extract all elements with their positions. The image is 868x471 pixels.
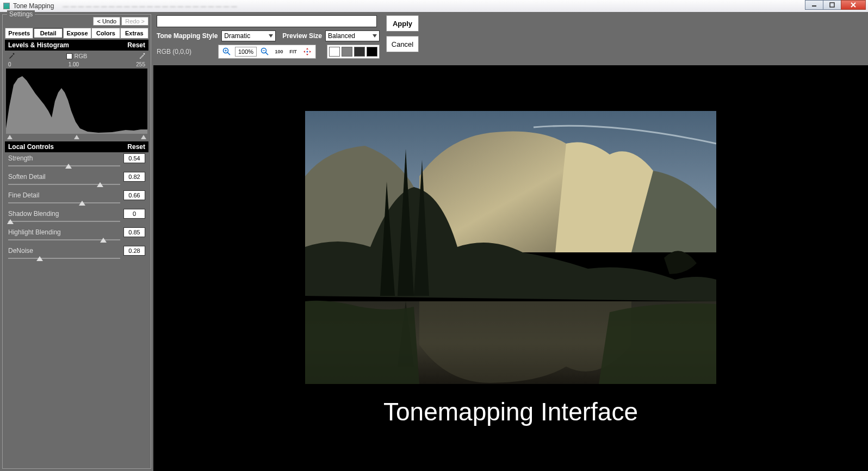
apply-button[interactable]: Apply — [386, 15, 419, 32]
caption: Tonemapping Interface — [383, 397, 638, 426]
white-point-dropper-icon[interactable] — [139, 53, 145, 59]
control-label: Highlight Blending — [8, 228, 61, 236]
undo-button[interactable]: < Undo — [93, 17, 120, 26]
zoom-controls: 100% 100 FIT — [218, 45, 316, 59]
toolbar: Tone Mapping Style Dramatic Preview Size… — [153, 12, 868, 65]
control-slider[interactable] — [8, 201, 145, 208]
control-denoise: DeNoise 0.28 — [5, 245, 148, 263]
chevron-down-icon — [269, 34, 273, 38]
control-shadow-blending: Shadow Blending 0 — [5, 208, 148, 226]
control-label: DeNoise — [8, 247, 33, 255]
rgb-label: RGB — [75, 53, 88, 59]
levels-reset[interactable]: Reset — [127, 41, 145, 49]
rgb-checkbox[interactable] — [66, 53, 72, 59]
control-value-input[interactable]: 0 — [123, 209, 145, 219]
control-label: Shadow Blending — [8, 210, 59, 218]
control-label: Fine Detail — [8, 191, 39, 199]
preview-image[interactable] — [305, 111, 716, 384]
local-controls-header: Local Controls Reset — [5, 141, 148, 152]
pan-icon[interactable] — [301, 46, 313, 57]
cancel-button[interactable]: Cancel — [386, 36, 419, 52]
bg-swatch-1[interactable] — [342, 47, 352, 57]
control-slider[interactable] — [8, 238, 145, 245]
maximize-button[interactable] — [823, 0, 841, 10]
bg-swatch-0[interactable] — [329, 47, 340, 57]
style-label: Tone Mapping Style — [157, 32, 218, 40]
control-slider[interactable] — [8, 220, 145, 226]
minimize-button[interactable] — [805, 0, 823, 10]
control-label: Soften Detail — [8, 173, 46, 181]
levels-title: Levels & Histogram — [8, 41, 69, 49]
close-button[interactable] — [841, 0, 866, 10]
canvas-area: Tonemapping Interface — [153, 65, 868, 471]
rgb-readout: RGB (0,0,0) — [157, 48, 191, 55]
main-area: Tone Mapping Style Dramatic Preview Size… — [153, 12, 868, 471]
titlebar-path-blurred: — — — — — — — — — — — — — — — — — — — — … — [63, 3, 237, 9]
bg-swatch-3[interactable] — [367, 47, 377, 57]
control-fine-detail: Fine Detail 0.66 — [5, 189, 148, 208]
axis-mid: 1.00 — [69, 61, 79, 67]
svg-rect-1 — [830, 3, 834, 7]
control-value-input[interactable]: 0.28 — [123, 246, 145, 256]
style-select[interactable]: Dramatic — [221, 30, 276, 41]
slider-thumb[interactable] — [65, 164, 72, 169]
axis-max: 255 — [136, 61, 145, 67]
tab-presets[interactable]: Presets — [5, 28, 33, 39]
preview-size-label: Preview Size — [282, 32, 322, 40]
tab-extras[interactable]: Extras — [120, 28, 148, 39]
bg-swatch-2[interactable] — [354, 47, 365, 57]
slider-thumb[interactable] — [100, 238, 107, 243]
preview-size-value: Balanced — [328, 32, 355, 40]
control-value-input[interactable]: 0.85 — [123, 227, 145, 237]
zoom-in-icon[interactable] — [221, 46, 233, 57]
control-soften-detail: Soften Detail 0.82 — [5, 171, 148, 189]
settings-legend: Settings — [7, 10, 35, 18]
svg-line-7 — [227, 52, 230, 55]
local-controls-title: Local Controls — [8, 143, 54, 151]
control-slider[interactable] — [8, 257, 145, 263]
tab-expose[interactable]: Expose — [63, 28, 91, 39]
zoom-fit-button[interactable]: FIT — [287, 46, 299, 57]
titlebar: Tone Mapping — — — — — — — — — — — — — —… — [0, 0, 868, 12]
slider-thumb[interactable] — [36, 256, 43, 261]
axis-min: 0 — [8, 61, 11, 67]
gamma-slider[interactable] — [74, 135, 79, 139]
svg-point-5 — [144, 53, 145, 55]
histogram[interactable] — [6, 69, 147, 134]
levels-header: Levels & Histogram Reset — [5, 40, 148, 51]
black-point-slider[interactable] — [7, 135, 13, 139]
file-path-input[interactable] — [157, 15, 377, 27]
control-slider[interactable] — [8, 164, 145, 171]
svg-point-13 — [307, 51, 308, 53]
zoom-out-icon[interactable] — [259, 46, 271, 57]
zoom-value-input[interactable]: 100% — [235, 47, 257, 57]
slider-thumb[interactable] — [97, 182, 103, 187]
settings-tabs: PresetsDetailExposeColorsExtras — [5, 28, 148, 39]
control-value-input[interactable]: 0.82 — [123, 172, 145, 182]
tab-colors[interactable]: Colors — [91, 28, 120, 39]
tab-detail[interactable]: Detail — [33, 28, 63, 39]
control-value-input[interactable]: 0.66 — [123, 190, 145, 200]
redo-button: Redo > — [121, 17, 148, 26]
slider-thumb[interactable] — [7, 219, 14, 224]
control-strength: Strength 0.54 — [5, 152, 148, 171]
white-point-slider[interactable] — [141, 135, 146, 139]
chevron-down-icon — [373, 34, 377, 38]
background-swatches — [327, 45, 380, 59]
black-point-dropper-icon[interactable] — [8, 53, 15, 59]
local-controls-reset[interactable]: Reset — [127, 143, 145, 151]
control-slider[interactable] — [8, 183, 145, 189]
control-highlight-blending: Highlight Blending 0.85 — [5, 226, 148, 245]
style-value: Dramatic — [224, 32, 250, 40]
svg-point-4 — [13, 53, 15, 55]
settings-sidebar: Settings < Undo Redo > PresetsDetailExpo… — [0, 12, 153, 471]
app-icon — [3, 3, 10, 9]
preview-size-select[interactable]: Balanced — [325, 30, 380, 41]
control-value-input[interactable]: 0.54 — [123, 153, 145, 163]
zoom-100-button[interactable]: 100 — [273, 46, 285, 57]
window-title: Tone Mapping — [13, 2, 54, 10]
slider-thumb[interactable] — [79, 201, 85, 206]
svg-line-11 — [265, 52, 268, 55]
control-label: Strength — [8, 154, 33, 162]
